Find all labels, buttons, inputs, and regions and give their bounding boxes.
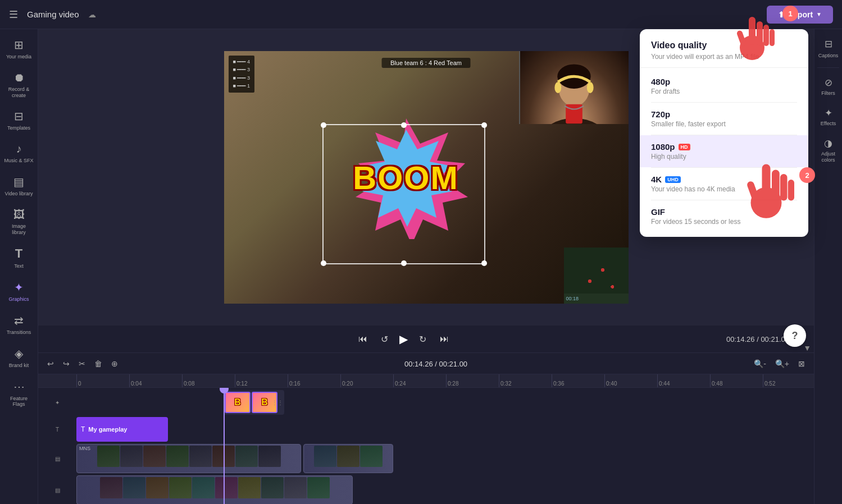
track-label-sticker: ✦ [38,400,76,406]
sidebar-item-transitions[interactable]: ⇄ Transitions [2,309,36,340]
menu-icon[interactable]: ☰ [9,8,18,21]
time-display: 00:14.26 / 00:21.00 [726,335,789,343]
sidebar-item-label: Feature Flags [4,396,34,408]
project-title[interactable]: Gaming video [27,10,79,19]
sidebar-item-label: Your media [6,54,31,60]
clip-frame [314,446,336,467]
sidebar-item-adjust-colors[interactable]: ◑ Adjust colors [816,133,841,168]
sidebar-item-video-library[interactable]: ▤ Video library [2,171,36,201]
skip-forward-button[interactable]: ⏭ [438,332,451,346]
player-controls: ⏮ ↺ ▶ ↻ ⏭ 00:14.26 / 00:21.00 ⛶ [38,326,814,352]
undo-button[interactable]: ↩ [45,358,56,369]
timeline-tools-right: 🔍- 🔍+ ⊠ [752,358,807,369]
playhead[interactable] [224,388,225,504]
quality-title: Video quality [651,40,797,51]
sidebar-item-feature-flags[interactable]: ⋯ Feature Flags [2,375,36,413]
title-clip-icon: T [81,425,85,433]
quality-720p-name: 720p [651,109,670,119]
sidebar-item-effects[interactable]: ✦ Effects [816,103,841,131]
timeline-tools-left: ↩ ↪ ✂ 🗑 ⊕ [45,358,120,369]
clip-frame [97,446,120,467]
expand-arrow[interactable]: ▼ [803,343,811,352]
cut-button[interactable]: ✂ [76,358,88,369]
sidebar-item-templates[interactable]: ⊟ Templates [2,105,36,136]
clip-frame [337,446,359,467]
feature-flags-icon: ⋯ [13,380,25,393]
sidebar-item-your-media[interactable]: ⊞ Your media [2,34,36,65]
divider [817,67,839,68]
timeline-toolbar: ↩ ↪ ✂ 🗑 ⊕ 00:14.26 / 00:21.00 🔍- 🔍+ [38,353,814,374]
clip-frame [189,446,212,467]
track-content-video1[interactable]: MNS [76,444,814,473]
quality-option-480p[interactable]: 480p For drafts [640,70,808,102]
clip-frame [215,477,238,498]
delete-button[interactable]: 🗑 [92,358,104,369]
topbar-left: ☰ Gaming video ☁ [9,8,96,21]
your-media-icon: ⊞ [14,38,24,52]
topbar: ☰ Gaming video ☁ ⬆ Export ▼ [0,0,842,29]
quality-option-gif[interactable]: GIF For videos 15 seconds or less [640,200,808,232]
redo-button[interactable]: ↪ [61,358,72,369]
sidebar-item-text[interactable]: T Text [2,242,36,274]
ruler-tick-52: 0:52 [763,374,814,388]
sidebar-item-brand-kit[interactable]: ◈ Brand kit [2,342,36,373]
captions-icon[interactable]: ⊟ [825,38,832,50]
adjust-colors-icon: ◑ [824,138,832,149]
quality-option-1080p[interactable]: 1080p HD High quality [640,135,808,167]
track-content-sticker[interactable]: B B ⋮⋮ [76,390,814,415]
track-label-video2: ▤ [38,487,76,493]
video-clip-1[interactable]: MNS [76,444,301,473]
sidebar-item-graphics[interactable]: ✦ Graphics [2,276,36,307]
music-icon: ♪ [16,143,22,155]
quality-header: Video quality Your video will export as … [640,40,808,68]
ruler-tick-4: 0:04 [129,374,182,388]
quality-1080p-top: 1080p HD [651,142,797,152]
sidebar-item-music[interactable]: ♪ Music & SFX [2,138,36,168]
sidebar-item-image-library[interactable]: 🖼 Image library [2,204,36,240]
sidebar-item-label: Graphics [8,296,29,303]
quality-option-720p[interactable]: 720p Smaller file, faster export [640,103,808,135]
export-button[interactable]: ⬆ Export ▼ [767,6,833,24]
sidebar-item-label: Image library [4,223,34,236]
export-dropdown-arrow: ▼ [816,11,822,17]
quality-option-4k[interactable]: 4K UHD Your video has no 4K media [640,168,808,200]
filters-label: Filters [821,90,835,96]
clip-frame [120,446,143,467]
rewind-button[interactable]: ↺ [379,332,390,347]
forward-button[interactable]: ↻ [417,332,429,347]
timeline-time: 00:14.26 / 00:21.00 [404,360,467,368]
quality-4k-desc: Your video has no 4K media [651,185,797,193]
cloud-icon[interactable]: ☁ [88,10,96,19]
duplicate-button[interactable]: ⊕ [109,358,120,369]
track-label-title: T [38,427,76,433]
clip-frame [258,446,281,467]
sidebar-item-record[interactable]: ⏺ Record &create [2,67,36,103]
text-icon: T [15,246,22,261]
track-row-sticker: ✦ B B ⋮⋮ [38,390,814,415]
video-clip-2[interactable] [303,444,393,473]
sticker-clip[interactable]: B B ⋮⋮ [224,390,284,415]
time-current: 00:14.26 [726,335,755,343]
sidebar-item-label: Music & SFX [4,158,34,164]
scoreboard: ■ ━━━ 4 ■ ━━━ 3 ■ ━━━ 3 ■ ━━━ 1 [229,56,254,93]
track-content-title[interactable]: T My gameplay [76,417,814,442]
title-clip[interactable]: T My gameplay [76,417,168,442]
zoom-in-button[interactable]: 🔍+ [773,358,791,369]
boom-sticker[interactable]: BOOM [333,116,479,239]
play-button[interactable]: ▶ [399,332,408,346]
right-sidebar: ⊟ Captions ⊘ Filters ✦ Effects ◑ Adjust … [814,29,842,504]
fit-button[interactable]: ⊠ [796,358,807,369]
video-canvas[interactable]: Blue team 6 : 4 Red Team ■ ━━━ 4 ■ ━━━ 3… [224,51,629,304]
track-content-video2[interactable] [76,475,814,504]
track-row-title: T T My gameplay [38,417,814,442]
clip-frame [284,477,307,498]
sidebar-item-filters[interactable]: ⊘ Filters [816,72,841,100]
ruler-tick-36: 0:36 [552,374,604,388]
video-clip-3[interactable] [76,475,353,504]
track-label-video1: ▤ [38,456,76,462]
help-button[interactable]: ? [784,324,806,347]
zoom-out-button[interactable]: 🔍- [752,358,768,369]
webcam-person [520,51,629,124]
skip-back-button[interactable]: ⏮ [356,332,370,346]
boom-text: BOOM [353,159,458,196]
